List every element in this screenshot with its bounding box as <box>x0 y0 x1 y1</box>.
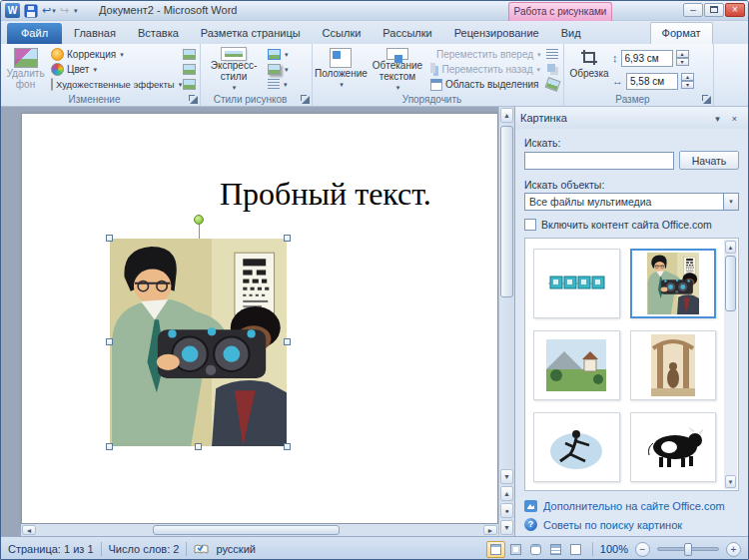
align-button[interactable] <box>544 48 560 61</box>
rotation-handle[interactable] <box>194 215 204 225</box>
horizontal-scrollbar[interactable]: ◄ ► <box>21 524 498 536</box>
picture-border-button[interactable]: ▾ <box>265 47 305 62</box>
word-count[interactable]: Число слов: 2 <box>109 543 180 555</box>
results-scrollbar[interactable]: ▲ ▼ <box>724 240 737 489</box>
compress-pictures-button[interactable] <box>181 48 197 61</box>
selection-pane-button[interactable]: Область выделения <box>427 77 543 92</box>
search-input[interactable] <box>524 152 674 170</box>
draft-view-button[interactable] <box>566 541 585 558</box>
bring-forward-button[interactable]: Переместить вперед ▾ <box>427 47 543 62</box>
tab-view[interactable]: Вид <box>550 23 592 44</box>
go-button[interactable]: Начать <box>679 151 739 170</box>
spin-up-icon[interactable]: ▴ <box>676 50 689 58</box>
language-indicator[interactable]: русский <box>216 543 255 555</box>
resize-handle-w[interactable] <box>106 338 113 345</box>
page-indicator[interactable]: Страница: 1 из 1 <box>8 543 94 555</box>
save-button[interactable] <box>24 4 38 18</box>
position-button[interactable]: Положение ▾ <box>315 46 368 93</box>
zoom-level[interactable]: 100% <box>600 543 628 555</box>
spellcheck-icon[interactable] <box>194 543 209 556</box>
remove-background-button[interactable]: Удалить фон <box>3 46 48 93</box>
spin-down-icon[interactable]: ▾ <box>676 58 689 66</box>
horizontal-scroll-thumb[interactable] <box>153 525 340 535</box>
scroll-up-button[interactable]: ▲ <box>500 108 513 123</box>
quick-styles-button[interactable]: Экспресс-стили ▾ <box>203 46 265 93</box>
clipart-thumbnail-skater[interactable] <box>533 412 620 482</box>
width-spinner[interactable]: ▴ ▾ <box>681 73 694 89</box>
dropdown-arrow-icon[interactable]: ▾ <box>723 194 738 210</box>
tab-format[interactable]: Формат <box>650 22 713 44</box>
zoom-out-button[interactable]: − <box>635 542 650 557</box>
tab-page-layout[interactable]: Разметка страницы <box>190 23 312 44</box>
task-pane-menu-button[interactable]: ▾ <box>709 111 726 126</box>
tab-file[interactable]: Файл <box>7 23 62 44</box>
size-dialog-launcher[interactable] <box>702 95 711 104</box>
spin-down-icon[interactable]: ▾ <box>681 81 694 89</box>
resize-handle-ne[interactable] <box>284 235 291 242</box>
corrections-button[interactable]: Коррекция ▾ <box>48 47 180 62</box>
color-button[interactable]: Цвет ▾ <box>48 62 180 77</box>
undo-button[interactable]: ↩▾ <box>42 4 56 17</box>
resize-handle-sw[interactable] <box>106 443 113 450</box>
resize-handle-e[interactable] <box>284 338 291 345</box>
zoom-slider-thumb[interactable] <box>684 543 692 556</box>
scroll-left-button[interactable]: ◄ <box>22 525 36 535</box>
document-page[interactable]: Пробный текст. <box>21 113 498 524</box>
group-objects-button[interactable] <box>544 63 560 76</box>
artistic-effects-button[interactable]: Художественные эффекты ▾ <box>48 77 180 92</box>
vertical-scroll-thumb[interactable] <box>500 126 513 297</box>
print-layout-view-button[interactable] <box>486 541 505 558</box>
selected-picture[interactable] <box>110 239 287 446</box>
picture-effects-button[interactable]: ▾ <box>265 62 305 77</box>
zoom-slider[interactable] <box>657 547 719 551</box>
task-pane-close-button[interactable]: × <box>726 111 743 126</box>
select-browse-object-button[interactable]: ● <box>500 503 513 518</box>
reset-picture-button[interactable] <box>181 78 197 91</box>
word-app-icon[interactable]: W <box>5 3 20 18</box>
height-spinner[interactable]: ▴ ▾ <box>676 50 689 66</box>
tab-insert[interactable]: Вставка <box>127 23 190 44</box>
tab-references[interactable]: Ссылки <box>312 23 373 44</box>
clipart-thumbnail-banner[interactable] <box>533 249 620 318</box>
crop-button[interactable]: Обрезка <box>566 46 612 93</box>
fullscreen-view-button[interactable] <box>506 541 525 558</box>
media-type-dropdown[interactable]: Все файлы мультимедиа ▾ <box>524 193 739 211</box>
tab-review[interactable]: Рецензирование <box>443 23 550 44</box>
spin-up-icon[interactable]: ▴ <box>681 73 694 81</box>
adjust-dialog-launcher[interactable] <box>189 95 198 104</box>
results-scroll-down-button[interactable]: ▼ <box>725 475 736 488</box>
clipart-thumbnail-garden[interactable] <box>630 330 717 400</box>
redo-button[interactable]: ↪ <box>60 4 69 17</box>
clipart-thumbnail-bull[interactable] <box>630 412 717 482</box>
results-scroll-thumb[interactable] <box>725 256 736 311</box>
minimize-button[interactable]: – <box>683 3 703 17</box>
maximize-button[interactable] <box>704 3 724 17</box>
shape-width-field[interactable] <box>626 73 678 90</box>
resize-handle-se[interactable] <box>284 443 291 450</box>
scroll-down-button[interactable]: ▼ <box>500 469 513 484</box>
send-backward-button[interactable]: Переместить назад ▾ <box>427 62 543 77</box>
clipart-thumbnail-landscape[interactable] <box>533 330 620 400</box>
next-object-button[interactable]: ▼ <box>500 520 513 535</box>
resize-handle-nw[interactable] <box>106 235 113 242</box>
link-search-hints[interactable]: ? Советы по поиску картинок <box>524 518 739 531</box>
picture-styles-dialog-launcher[interactable] <box>301 95 310 104</box>
wrap-text-button[interactable]: Обтекание текстом ▾ <box>368 46 427 93</box>
tab-home[interactable]: Главная <box>63 23 127 44</box>
results-scroll-up-button[interactable]: ▲ <box>725 241 736 254</box>
scroll-right-button[interactable]: ► <box>483 525 497 535</box>
resize-handle-s[interactable] <box>195 443 202 450</box>
vertical-scrollbar[interactable]: ▲ ▼ ▲ ● ▼ <box>498 107 514 536</box>
outline-view-button[interactable] <box>546 541 565 558</box>
web-layout-view-button[interactable] <box>526 541 545 558</box>
rotate-button[interactable] <box>544 78 560 91</box>
shape-height-field[interactable] <box>621 50 673 67</box>
zoom-in-button[interactable]: + <box>726 542 741 557</box>
picture-layout-button[interactable]: ▾ <box>265 77 305 92</box>
tab-mailings[interactable]: Рассылки <box>372 23 442 44</box>
close-button[interactable]: × <box>725 3 745 17</box>
qat-customize-button[interactable]: ▾ <box>73 7 78 15</box>
link-more-office[interactable]: Дополнительно на сайте Office.com <box>524 500 739 512</box>
clipart-thumbnail-eye-doctor[interactable] <box>630 249 717 318</box>
previous-object-button[interactable]: ▲ <box>500 486 513 501</box>
